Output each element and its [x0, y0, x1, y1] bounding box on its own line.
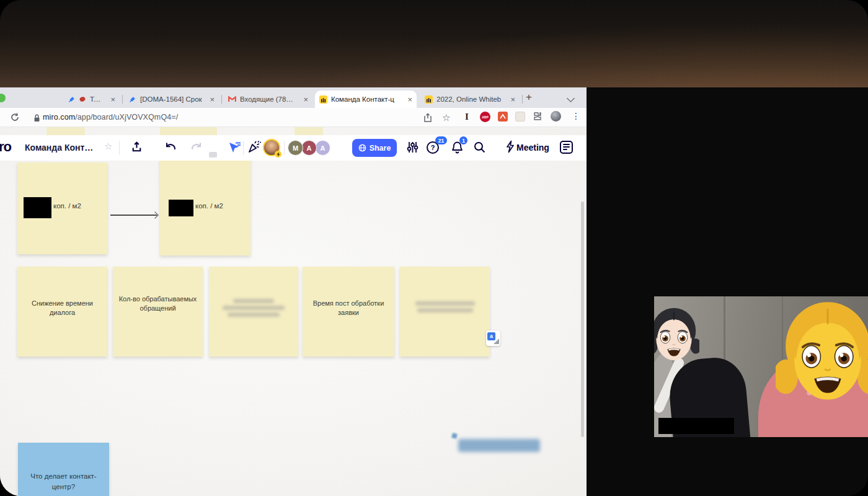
meeting-energy-icon[interactable]	[505, 140, 515, 156]
tab-miro-board-active[interactable]: Команда Контакт-ц ×	[315, 91, 417, 108]
notes-icon[interactable]	[560, 141, 573, 154]
reactions-party-icon[interactable]	[247, 139, 262, 157]
browser-window: Team Platform - / × [DOMA-1564] Срок × В…	[0, 87, 587, 496]
screen-recording-frame: Team Platform - / × [DOMA-1564] Срок × В…	[0, 0, 868, 496]
sticky-note-metric-1[interactable]: коп. / м2	[17, 162, 107, 254]
participant-name-redaction	[658, 418, 734, 434]
sticky-note-blurred[interactable]	[209, 267, 298, 356]
url-domain: miro.com	[43, 113, 75, 122]
sticky-text: Время пост обработки заявки	[308, 299, 389, 317]
sticky-text: Кол-во обрабатываемых обращений	[118, 294, 198, 313]
tab-team-platform[interactable]: Team Platform - / ×	[64, 91, 120, 108]
export-board-icon[interactable]	[130, 141, 143, 156]
tab-close-icon[interactable]: ×	[107, 95, 115, 104]
help-badge: 21	[435, 136, 447, 144]
url-path: /app/board/uXjVOVXQmQ4=/	[75, 113, 178, 122]
sticky-note[interactable]: Снижение времени диалога	[17, 267, 107, 356]
collaborator-avatar[interactable]: A	[301, 140, 317, 156]
extension-pale-icon[interactable]	[515, 112, 525, 122]
tab-jira-doma[interactable]: [DOMA-1564] Срок ×	[125, 91, 219, 108]
tab-gmail[interactable]: Входящие (782) - a ×	[224, 91, 312, 108]
toolbar-divider	[284, 141, 285, 155]
collaborator-name-label-blurred	[458, 439, 540, 452]
address-bar: miro.com/app/board/uXjVOVXQmQ4=/ ☆ I ABP…	[0, 108, 587, 127]
miro-logo-fragment[interactable]: ro	[0, 139, 11, 155]
share-button[interactable]: Share	[352, 139, 397, 157]
board-title[interactable]: Команда Конт…	[25, 143, 93, 153]
miro-icon	[319, 95, 327, 104]
lock-icon[interactable]	[33, 113, 40, 125]
extensions-puzzle-icon[interactable]	[533, 112, 542, 123]
extension-reader-icon[interactable]: I	[465, 112, 469, 122]
bookmark-star-icon[interactable]: ☆	[442, 112, 450, 123]
collaborator-avatar[interactable]: M	[288, 140, 303, 156]
tab-title: 2022, Online Whiteb	[436, 95, 501, 103]
sticky-text: коп. / м2	[53, 202, 81, 210]
favorite-star-icon[interactable]: ☆	[104, 141, 112, 152]
sticky-text: Снижение времени диалога	[22, 299, 102, 317]
redaction-box	[24, 197, 51, 218]
settings-sliders-icon[interactable]	[406, 141, 419, 156]
traffic-light-green[interactable]	[0, 94, 6, 102]
sticky-note-blurred[interactable]	[400, 267, 490, 356]
redo-icon[interactable]	[190, 141, 203, 156]
tab-separator	[221, 95, 222, 104]
tab-title: Команда Контакт-ц	[331, 95, 394, 103]
sticky-note-blue[interactable]: Что делает контакт-центр?	[18, 443, 109, 496]
tab-close-icon[interactable]: ×	[507, 95, 515, 104]
url-text[interactable]: miro.com/app/board/uXjVOVXQmQ4=/	[43, 113, 178, 122]
browser-menu-icon[interactable]: ⋮	[572, 111, 580, 121]
reload-icon[interactable]	[10, 112, 20, 125]
share-label: Share	[370, 144, 391, 153]
new-tab-button[interactable]: +	[526, 91, 532, 104]
blurred-text	[400, 299, 490, 315]
extension-orange-icon[interactable]	[498, 112, 508, 122]
tab-miro-2022[interactable]: 2022, Online Whiteb ×	[420, 91, 520, 108]
tab-close-icon[interactable]: ×	[300, 95, 308, 104]
sticky-text: Что делает контакт-центр?	[22, 471, 105, 493]
toolbar-divider	[243, 141, 244, 155]
toolbar-divider	[119, 141, 120, 155]
gmail-icon	[228, 96, 236, 102]
video-call-panel	[587, 87, 868, 496]
sticky-fragment	[294, 127, 323, 136]
adblock-icon[interactable]: ABP	[480, 112, 490, 122]
collaborator-avatar[interactable]: A	[315, 140, 330, 156]
tab-title: [DOMA-1564] Срок	[140, 95, 202, 103]
sticky-text: коп. / м2	[195, 202, 223, 210]
share-page-icon[interactable]	[423, 113, 432, 125]
tab-strip: Team Platform - / × [DOMA-1564] Срок × В…	[0, 87, 587, 108]
profile-avatar-icon[interactable]	[551, 111, 561, 122]
tab-close-icon[interactable]: ×	[206, 95, 215, 104]
connector-arrow[interactable]	[110, 215, 157, 216]
sticky-note-metric-2[interactable]: коп. / м2	[160, 159, 250, 255]
meeting-button[interactable]: Meeting	[516, 143, 549, 153]
tab-title: Team Platform - /	[90, 95, 104, 103]
jira-pin-icon	[68, 95, 76, 103]
tab-separator	[122, 95, 123, 104]
follow-cursor-icon[interactable]	[227, 140, 242, 156]
miro-icon	[425, 95, 433, 104]
undo-icon[interactable]	[164, 141, 177, 156]
redaction-box	[169, 200, 193, 216]
tab-title: Входящие (782) - a	[240, 95, 296, 103]
meat-emoji-icon	[79, 96, 86, 103]
sticky-note[interactable]: Время пост обработки заявки	[303, 267, 394, 356]
girl-light-skin-emoji	[654, 299, 699, 372]
video-tile	[654, 296, 868, 437]
canvas-scrollbar[interactable]	[581, 202, 584, 437]
blurred-text	[209, 296, 298, 319]
girl-blonde-emoji	[776, 296, 868, 409]
header-glow	[0, 0, 868, 87]
google-translate-icon[interactable]: a	[486, 330, 500, 346]
notification-badge: 1	[459, 136, 467, 144]
energy-badge-icon	[275, 151, 281, 157]
tab-search-chevron-icon[interactable]	[567, 94, 575, 102]
sticky-note[interactable]: Кол-во обрабатываемых обращений	[113, 267, 203, 356]
tab-close-icon[interactable]: ×	[404, 95, 412, 104]
tab-separator	[522, 95, 523, 104]
panel-handle[interactable]	[209, 152, 217, 157]
sticky-fragment	[160, 127, 217, 136]
globe-icon	[358, 144, 366, 152]
search-icon[interactable]	[473, 141, 486, 156]
